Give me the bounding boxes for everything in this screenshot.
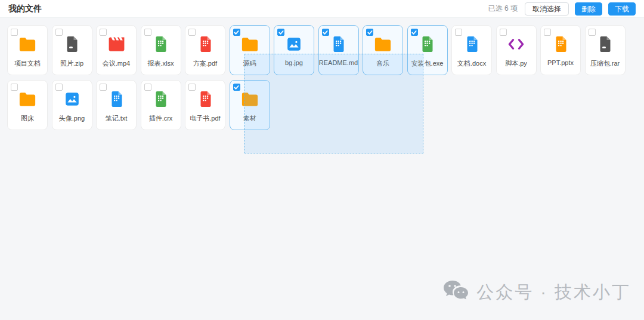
file-checkbox[interactable] [366,29,373,36]
code-icon [506,35,526,53]
file-card[interactable]: 会议.mp4 [96,25,137,75]
file-card[interactable]: 照片.zip [52,25,92,75]
file-card[interactable]: 电子书.pdf [185,80,225,130]
page-title: 我的文件 [8,4,42,14]
file-checkbox[interactable] [544,29,551,36]
check-icon [367,30,373,35]
file-card[interactable]: bg.jpg [274,25,314,75]
file-card[interactable]: 音乐 [363,25,403,75]
check-icon [411,30,417,35]
file-card[interactable]: 头像.png [52,80,92,130]
delete-button[interactable]: 删除 [575,2,602,16]
archive-icon [65,35,79,53]
file-checkbox[interactable] [411,29,418,36]
watermark: 公众号 · 技术小丁 [442,279,631,306]
file-checkbox[interactable] [55,29,63,36]
doc-icon [554,35,568,53]
folder-icon [241,90,259,108]
file-checkbox[interactable] [322,29,329,36]
folder-icon [18,90,36,108]
file-name: 文档.docx [457,59,486,68]
file-card[interactable]: 安装包.exe [407,25,448,75]
file-card[interactable]: 压缩包.rar [585,25,626,75]
check-icon [234,30,239,35]
file-name: 音乐 [376,59,389,68]
file-name: bg.jpg [285,59,303,66]
file-name: PPT.pptx [547,59,574,66]
file-name: 安装包.exe [411,59,444,68]
file-checkbox[interactable] [233,29,240,36]
file-name: 方案.pdf [193,59,217,68]
file-card[interactable]: 脚本.py [496,25,537,75]
file-card[interactable]: PPT.pptx [540,25,581,75]
download-button[interactable]: 下载 [608,2,636,16]
image-icon [64,90,80,108]
doc-icon [199,90,212,108]
file-name: 脚本.py [505,59,527,68]
file-checkbox[interactable] [455,29,462,36]
image-icon [286,35,302,53]
file-checkbox[interactable] [500,29,507,36]
check-icon [234,85,239,90]
selection-count: 已选 6 项 [488,4,518,14]
folder-icon [18,35,36,53]
file-name: 头像.png [59,114,85,123]
file-checkbox[interactable] [589,29,596,36]
file-card[interactable]: 报表.xlsx [141,25,181,75]
file-card[interactable]: README.md [318,25,359,75]
file-name: 素材 [243,114,256,123]
file-checkbox[interactable] [233,84,240,91]
file-checkbox[interactable] [188,84,196,91]
file-checkbox[interactable] [100,84,107,91]
file-name: 压缩包.rar [590,59,620,68]
archive-icon [598,35,612,53]
file-card[interactable]: 源码 [230,25,270,75]
header: 我的文件 已选 6 项 取消选择 删除 下载 [0,0,644,18]
file-name: 笔记.txt [106,114,128,123]
file-name: 源码 [243,59,256,68]
file-checkbox[interactable] [188,29,196,36]
file-card[interactable]: 项目文档 [7,25,48,75]
file-checkbox[interactable] [11,29,18,36]
header-actions: 已选 6 项 取消选择 删除 下载 [488,2,636,16]
file-checkbox[interactable] [144,84,151,91]
doc-icon [465,35,479,53]
file-card[interactable]: 插件.crx [141,80,181,130]
check-icon [278,30,284,35]
file-checkbox[interactable] [11,84,18,91]
wechat-icon [442,279,469,306]
file-card[interactable]: 笔记.txt [96,80,137,130]
doc-icon [199,35,212,53]
file-name: 报表.xlsx [148,59,174,68]
check-icon [323,30,328,35]
file-name: 电子书.pdf [190,114,220,123]
file-grid: 项目文档 照片.zip 会议.mp4 [0,18,644,137]
doc-icon [420,35,434,53]
file-name: 照片.zip [60,59,83,68]
file-card[interactable]: 素材 [230,80,270,130]
file-name: 项目文档 [14,59,41,68]
file-checkbox[interactable] [55,84,63,91]
file-card[interactable]: 文档.docx [451,25,492,75]
file-checkbox[interactable] [277,29,284,36]
watermark-text: 公众号 · 技术小丁 [476,281,631,304]
file-name: 图床 [21,114,34,123]
file-card[interactable]: 图床 [7,80,48,130]
doc-icon [154,35,168,53]
file-card[interactable]: 方案.pdf [185,25,225,75]
file-name: README.md [319,59,358,66]
doc-icon [154,90,168,108]
file-checkbox[interactable] [144,29,151,36]
cancel-selection-button[interactable]: 取消选择 [525,2,569,16]
doc-icon [110,90,123,108]
folder-icon [374,35,392,53]
doc-icon [332,35,345,53]
file-checkbox[interactable] [100,29,107,36]
file-name: 插件.crx [149,114,173,123]
video-icon [107,35,126,53]
file-name: 会议.mp4 [103,59,130,68]
folder-icon [241,35,259,53]
